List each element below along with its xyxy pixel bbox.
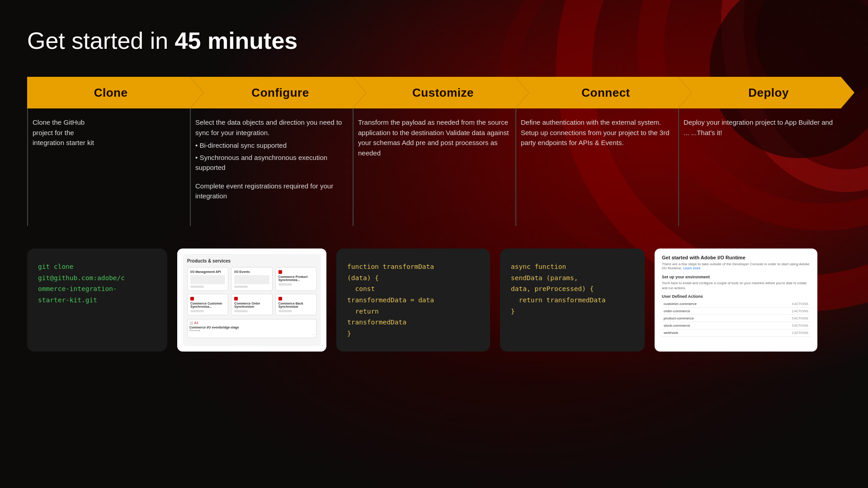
card-transform-code: function transformData (data) { const tr… (336, 249, 490, 352)
adobe-ui-inner: Products & services I/O Management API I… (183, 254, 321, 346)
io-section1-desc: You'll have to install and configure a c… (662, 281, 810, 291)
step-configure: Configure Select the data objects and di… (190, 77, 353, 226)
adobe-ui-card: I/O Management API (187, 267, 228, 291)
io-runtime-header: Get started with Adobe I/O Runtime (662, 255, 810, 260)
step-configure-header: Configure (190, 77, 366, 108)
step-connect-body: Define authentication with the external … (515, 108, 678, 226)
io-row: order-commerce 2 ACTIONS (662, 308, 810, 315)
step-clone-body: Clone the GitHubproject for theintegrati… (27, 108, 190, 226)
io-runtime-subtext: There are a few steps to take outside of… (662, 262, 810, 270)
adobe-ui-card: Commerce Product Synchroniza... (275, 267, 316, 291)
step-connect-arrow: Connect (515, 77, 692, 108)
adobe-ui-card: Commerce Customer Synchroniza... (187, 294, 228, 315)
step-clone-arrow: Clone (27, 77, 203, 108)
transform-code: function transformData (data) { const tr… (347, 261, 479, 339)
step-configure-arrow: Configure (190, 77, 366, 108)
io-row: customer-commerce 4 ACTIONS (662, 300, 810, 308)
adobe-ui-card: Commerce Back Synchronizer (275, 294, 316, 315)
adobe-ui-header: Products & services (187, 258, 316, 263)
card-io-runtime: Get started with Adobe I/O Runtime There… (655, 249, 817, 352)
step-customize-body: Transform the payload as needed from the… (353, 108, 515, 226)
page-title: Get started in 45 minutes (27, 27, 841, 54)
step-customize: Customize Transform the payload as neede… (353, 77, 515, 226)
io-runtime-rows: customer-commerce 4 ACTIONS order-commer… (662, 300, 810, 337)
step-connect: Connect Define authentication with the e… (515, 77, 678, 226)
adobe-ui-grid: I/O Management API I/O Events Commerce P… (187, 267, 316, 315)
step-clone: Clone Clone the GitHubproject for theint… (27, 77, 190, 226)
adobe-ui-card: I/O Events (231, 267, 272, 291)
io-row: stock-commerce 3 ACTIONS (662, 322, 810, 329)
step-deploy-header: Deploy (678, 77, 854, 108)
git-clone-code: git clone git@github.com:adobe/c ommerce… (38, 261, 156, 306)
bottom-cards-row: git clone git@github.com:adobe/c ommerce… (27, 249, 841, 352)
step-deploy-body: Deploy your integration project to App B… (678, 108, 841, 226)
step-deploy-arrow: Deploy (678, 77, 854, 108)
io-row: webhook 2 ACTIONS (662, 329, 810, 337)
step-deploy: Deploy Deploy your integration project t… (678, 77, 841, 226)
steps-row: Clone Clone the GitHubproject for theint… (27, 77, 841, 226)
io-section1-title: Set up your environment (662, 275, 810, 279)
io-section2-title: User Defined Actions (662, 294, 810, 299)
io-row: product-commerce 5 ACTIONS (662, 315, 810, 322)
card-git-clone: git clone git@github.com:adobe/c ommerce… (27, 249, 167, 352)
step-clone-header: Clone (27, 77, 203, 108)
card-send-code: async function sendData (params, data, p… (500, 249, 645, 352)
step-configure-body: Select the data objects and direction yo… (190, 108, 353, 226)
step-customize-header: Customize (353, 77, 529, 108)
step-customize-arrow: Customize (353, 77, 529, 108)
card-adobe-ui: Products & services I/O Management API I… (177, 249, 326, 352)
step-connect-header: Connect (515, 77, 692, 108)
main-content: Get started in 45 minutes Clone Clone th… (0, 0, 868, 370)
adobe-ui-card: Commerce Order Synchronizer (231, 294, 272, 315)
send-code: async function sendData (params, data, p… (511, 261, 634, 317)
